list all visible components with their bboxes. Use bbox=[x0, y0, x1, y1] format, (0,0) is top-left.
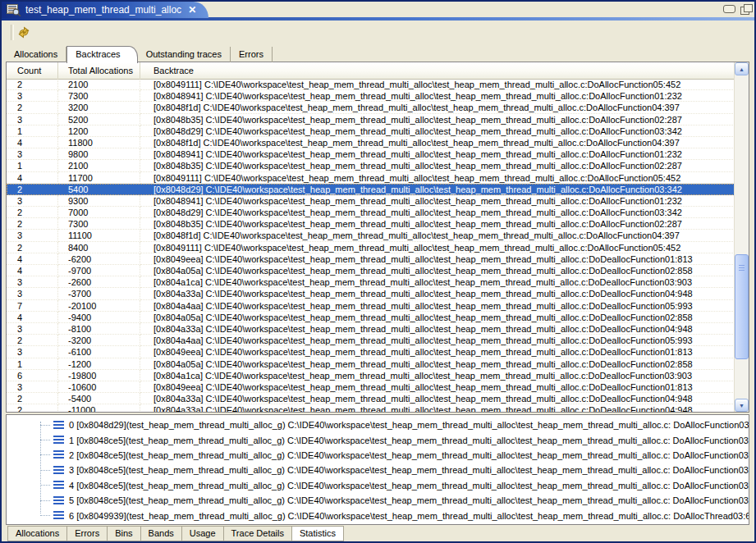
table-row[interactable]: 2-3200[0x804a4aa] C:\IDE40\workspace\tes… bbox=[7, 335, 735, 346]
view-title-tab[interactable]: test_heap_mem_thread_multi_alloc ✕ bbox=[2, 2, 208, 18]
table-cell: -20100 bbox=[58, 300, 140, 312]
tree-connector bbox=[40, 470, 50, 471]
view-tab-backtraces[interactable]: Backtraces bbox=[66, 46, 137, 63]
table-cell: -11000 bbox=[58, 404, 140, 412]
table-row[interactable]: 2-11000[0x804a33a] C:\IDE40\workspace\te… bbox=[7, 404, 735, 412]
table-cell: -6100 bbox=[58, 346, 140, 358]
table-row[interactable]: 4-6200[0x8049eea] C:\IDE40\workspace\tes… bbox=[7, 253, 735, 265]
trace-frame-text: 3 [0x8048ce5](test_heap_mem_thread_multi… bbox=[69, 465, 749, 475]
table-row[interactable]: 39300[0x8048941] C:\IDE40\workspace\test… bbox=[7, 195, 735, 207]
view-tabs: AllocationsBacktracesOutstanding tracesE… bbox=[6, 46, 754, 62]
table-cell: 2 bbox=[7, 102, 58, 113]
view-tab-errors[interactable]: Errors bbox=[231, 47, 273, 62]
table-cell: 1200 bbox=[58, 125, 140, 137]
table-cell: -5400 bbox=[58, 393, 140, 404]
close-icon[interactable]: ✕ bbox=[188, 4, 196, 16]
bottom-tab-trace-details[interactable]: Trace Details bbox=[223, 526, 292, 541]
table-row[interactable]: 3-2600[0x804a1ca] C:\IDE40\workspace\tes… bbox=[7, 276, 735, 288]
tree-connector bbox=[40, 440, 50, 440]
table-row[interactable]: 28400[0x8049111] C:\IDE40\workspace\test… bbox=[7, 242, 735, 253]
bottom-tabs: AllocationsErrorsBinsBandsUsageTrace Det… bbox=[6, 526, 344, 541]
table-cell: [0x8048f1d] C:\IDE40\workspace\test_heap… bbox=[140, 230, 735, 241]
trace-frame-text: 4 [0x8048ce5](test_heap_mem_thread_multi… bbox=[69, 481, 749, 491]
trace-frame-item[interactable]: 1 [0x8048ce5](test_heap_mem_thread_multi… bbox=[7, 432, 749, 447]
trace-view-icon bbox=[7, 4, 21, 16]
bottom-tab-errors[interactable]: Errors bbox=[66, 526, 108, 541]
trace-frame-item[interactable]: 4 [0x8048ce5](test_heap_mem_thread_multi… bbox=[7, 478, 749, 493]
table-row[interactable]: 12100[0x8048b35] C:\IDE40\workspace\test… bbox=[7, 160, 735, 171]
table-row[interactable]: 11200[0x8048d29] C:\IDE40\workspace\test… bbox=[7, 125, 735, 137]
scroll-down-icon[interactable]: ▼ bbox=[735, 399, 749, 412]
table-row[interactable]: 7-20100[0x804a4aa] C:\IDE40\workspace\te… bbox=[7, 300, 735, 312]
table-cell: 11700 bbox=[58, 172, 140, 184]
trace-frame-text: 2 [0x8048ce5](test_heap_mem_thread_multi… bbox=[69, 450, 749, 460]
table-cell: [0x804a4aa] C:\IDE40\workspace\test_heap… bbox=[140, 300, 735, 312]
table-row[interactable]: 3-3700[0x804a33a] C:\IDE40\workspace\tes… bbox=[7, 288, 735, 299]
table-cell: [0x8048f1d] C:\IDE40\workspace\test_heap… bbox=[140, 102, 735, 113]
table-cell: 8400 bbox=[58, 242, 140, 253]
table-row[interactable]: 37300[0x8048941] C:\IDE40\workspace\test… bbox=[7, 90, 735, 102]
table-row[interactable]: 22100[0x8049111] C:\IDE40\workspace\test… bbox=[7, 79, 735, 90]
table-row[interactable]: 35200[0x8048b35] C:\IDE40\workspace\test… bbox=[7, 114, 735, 125]
view-tab-outstanding-traces[interactable]: Outstanding traces bbox=[138, 47, 231, 62]
table-row[interactable]: 3-10600[0x8049eea] C:\IDE40\workspace\te… bbox=[7, 381, 735, 393]
minimize-icon[interactable] bbox=[723, 5, 735, 13]
table-cell: -3700 bbox=[58, 288, 140, 299]
table-row[interactable]: 25400[0x8048d29] C:\IDE40\workspace\test… bbox=[7, 184, 735, 195]
table-cell: 3 bbox=[7, 276, 58, 288]
table-cell: [0x804a1ca] C:\IDE40\workspace\test_heap… bbox=[140, 370, 735, 381]
table-cell: 4 bbox=[7, 253, 58, 265]
table-row[interactable]: 1-1200[0x804a05a] C:\IDE40\workspace\tes… bbox=[7, 358, 735, 370]
table-cell: 2100 bbox=[58, 160, 140, 171]
table-row[interactable]: 23200[0x8048f1d] C:\IDE40\workspace\test… bbox=[7, 102, 735, 113]
table-cell: [0x804a05a] C:\IDE40\workspace\test_heap… bbox=[140, 358, 735, 370]
trace-frame-item[interactable]: 6 [0x8049939](test_heap_mem_thread_multi… bbox=[7, 508, 749, 522]
view-tab-allocations[interactable]: Allocations bbox=[6, 47, 66, 62]
table-row[interactable]: 27000[0x8048d29] C:\IDE40\workspace\test… bbox=[7, 207, 735, 218]
view-title: test_heap_mem_thread_multi_alloc bbox=[25, 4, 181, 16]
table-cell: 2 bbox=[7, 207, 58, 218]
table-cell: [0x8048d29] C:\IDE40\workspace\test_heap… bbox=[140, 125, 735, 137]
table-cell: -1200 bbox=[58, 358, 140, 370]
trace-frame-item[interactable]: 5 [0x8048ce5](test_heap_mem_thread_multi… bbox=[7, 493, 749, 508]
trace-frame-item[interactable]: 3 [0x8048ce5](test_heap_mem_thread_multi… bbox=[7, 463, 749, 477]
table-row[interactable]: 4-9400[0x804a05a] C:\IDE40\workspace\tes… bbox=[7, 312, 735, 323]
vertical-scrollbar[interactable]: ▲ ▼ bbox=[734, 62, 749, 412]
table-row[interactable]: 311100[0x8048f1d] C:\IDE40\workspace\tes… bbox=[7, 230, 735, 241]
tree-connector bbox=[40, 425, 50, 426]
scroll-up-icon[interactable]: ▲ bbox=[735, 62, 749, 75]
stack-frame-icon bbox=[53, 511, 64, 520]
table-cell: -9400 bbox=[58, 312, 140, 323]
trace-frame-item[interactable]: 2 [0x8048ce5](test_heap_mem_thread_multi… bbox=[7, 448, 749, 463]
table-row[interactable]: 411700[0x8049111] C:\IDE40\workspace\tes… bbox=[7, 172, 735, 184]
table-cell: [0x8049eea] C:\IDE40\workspace\test_heap… bbox=[140, 253, 735, 265]
table-row[interactable]: 6-19800[0x804a1ca] C:\IDE40\workspace\te… bbox=[7, 370, 735, 381]
table-row[interactable]: 3-8100[0x804a33a] C:\IDE40\workspace\tes… bbox=[7, 323, 735, 335]
view-titlebar: test_heap_mem_thread_multi_alloc ✕ bbox=[2, 2, 754, 21]
table-cell: 9300 bbox=[58, 195, 140, 207]
stack-frame-icon bbox=[53, 421, 64, 430]
table-row[interactable]: 411800[0x8048f1d] C:\IDE40\workspace\tes… bbox=[7, 137, 735, 148]
table-row[interactable]: 4-9700[0x804a05a] C:\IDE40\workspace\tes… bbox=[7, 265, 735, 276]
table-cell: [0x8049111] C:\IDE40\workspace\test_heap… bbox=[140, 242, 735, 253]
table-cell: [0x8049111] C:\IDE40\workspace\test_heap… bbox=[140, 172, 735, 184]
bottom-tab-statistics[interactable]: Statistics bbox=[291, 526, 344, 541]
refresh-button[interactable] bbox=[16, 24, 32, 40]
bottom-tab-allocations[interactable]: Allocations bbox=[7, 526, 67, 541]
table-row[interactable]: 3-6100[0x8049eea] C:\IDE40\workspace\tes… bbox=[7, 346, 735, 358]
tree-connector bbox=[40, 485, 50, 486]
table-row[interactable]: 27300[0x8048b35] C:\IDE40\workspace\test… bbox=[7, 218, 735, 230]
bottom-tab-bands[interactable]: Bands bbox=[140, 526, 182, 541]
table-cell: 3 bbox=[7, 195, 58, 207]
table-row[interactable]: 2-5400[0x804a33a] C:\IDE40\workspace\tes… bbox=[7, 393, 735, 404]
table-cell: 3 bbox=[7, 381, 58, 393]
trace-frame-item[interactable]: 0 [0x8048d29](test_heap_mem_thread_multi… bbox=[7, 418, 749, 432]
column-header-count[interactable]: Count bbox=[7, 62, 58, 79]
restore-icon[interactable] bbox=[740, 7, 749, 15]
table-row[interactable]: 39800[0x8048941] C:\IDE40\workspace\test… bbox=[7, 148, 735, 160]
scrollbar-thumb[interactable] bbox=[735, 254, 749, 359]
bottom-tab-bins[interactable]: Bins bbox=[107, 526, 140, 541]
bottom-tab-usage[interactable]: Usage bbox=[181, 526, 224, 541]
column-header-total-allocations[interactable]: Total Allocations bbox=[58, 62, 140, 79]
column-header-backtrace[interactable]: Backtrace bbox=[140, 62, 735, 79]
